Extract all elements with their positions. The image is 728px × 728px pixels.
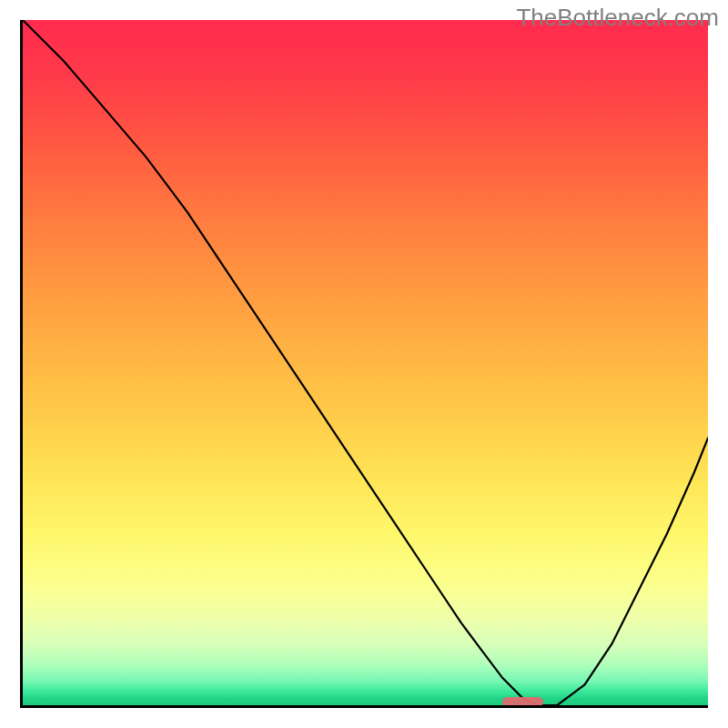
bottleneck-curve-svg (23, 20, 708, 705)
watermark-text: TheBottleneck.com (516, 4, 719, 32)
bottleneck-curve-path (23, 20, 708, 705)
chart-plot-area (20, 20, 708, 708)
optimal-range-marker (502, 697, 543, 707)
